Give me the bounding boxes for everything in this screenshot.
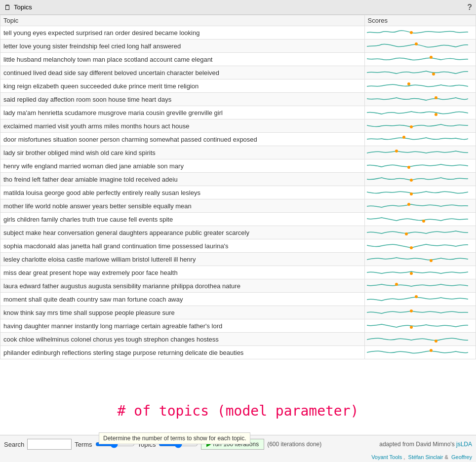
table-row[interactable]: lady ma'am henrietta scudamore musgrove … xyxy=(0,106,476,119)
table-row[interactable]: philander edinburgh reflections sterling… xyxy=(0,346,476,359)
table-row[interactable]: lady sir brother obliged mind wish old c… xyxy=(0,146,476,159)
sinclair-link[interactable]: Stéfan Sinclair xyxy=(408,454,443,460)
scores-cell xyxy=(364,93,476,106)
svg-point-4 xyxy=(407,82,410,85)
table-row[interactable]: mother life world noble answer years bet… xyxy=(0,199,476,213)
voyant-link[interactable]: Voyant Tools xyxy=(371,454,402,460)
topics-icon: 🗒 xyxy=(4,3,11,11)
search-label: Search xyxy=(4,441,24,448)
table-row[interactable]: cook chloe wilhelminus colonel chorus ye… xyxy=(0,333,476,346)
svg-point-0 xyxy=(410,31,413,34)
scores-cell xyxy=(364,306,476,319)
attribution-prefix: adapted from xyxy=(379,441,414,448)
table-row[interactable]: matilda louisa george good able perfectl… xyxy=(0,186,476,199)
svg-point-23 xyxy=(435,340,437,343)
topic-cell: matilda louisa george good able perfectl… xyxy=(0,186,365,199)
svg-point-1 xyxy=(415,42,418,45)
svg-point-15 xyxy=(405,232,408,235)
topic-cell: lady ma'am henrietta scudamore musgrove … xyxy=(0,106,365,119)
svg-point-14 xyxy=(422,220,425,223)
topic-cell: letter love young sister freindship feel… xyxy=(0,39,365,53)
table-row[interactable]: subject make hear conversation general d… xyxy=(0,226,476,239)
scores-cell xyxy=(364,66,476,79)
svg-point-22 xyxy=(410,326,413,329)
svg-point-10 xyxy=(407,166,410,169)
topic-cell: moment shall quite death country saw man… xyxy=(0,293,365,306)
topic-cell: laura edward father augustus augusta sen… xyxy=(0,279,365,293)
table-row[interactable]: moment shall quite death country saw man… xyxy=(0,293,476,306)
table-row[interactable]: king reign elizabeth queen succeeded duk… xyxy=(0,79,476,93)
scores-cell xyxy=(364,106,476,119)
table-row[interactable]: letter love young sister freindship feel… xyxy=(0,39,476,53)
table-row[interactable]: sophia macdonald alas janetta hall grand… xyxy=(0,239,476,253)
topic-cell: said replied day affection room soon hou… xyxy=(0,93,365,106)
search-input[interactable] xyxy=(27,439,72,450)
table-row[interactable]: miss dear great present hope way extreme… xyxy=(0,266,476,279)
main-content: Topic Scores tell young eyes expected su… xyxy=(0,15,476,462)
topics-table: Topic Scores tell young eyes expected su… xyxy=(0,15,476,359)
svg-point-8 xyxy=(402,136,405,139)
svg-point-17 xyxy=(430,259,433,262)
table-row[interactable]: continued lived dead side say different … xyxy=(0,66,476,79)
table-row[interactable]: lesley charlotte eloisa castle marlowe w… xyxy=(0,253,476,266)
svg-point-13 xyxy=(407,203,410,206)
topic-cell: door misfortunes situation sooner person… xyxy=(0,133,365,146)
topic-cell: continued lived dead side say different … xyxy=(0,66,365,79)
attribution-from: David Mimno's xyxy=(416,441,454,448)
col-scores: Scores xyxy=(364,15,476,26)
topic-cell: sophia macdonald alas janetta hall grand… xyxy=(0,239,365,253)
topic-cell: miss dear great present hope way extreme… xyxy=(0,266,365,279)
scores-cell xyxy=(364,266,476,279)
table-row[interactable]: tho freind left father dear amiable imag… xyxy=(0,173,476,186)
scores-cell xyxy=(364,226,476,239)
topic-cell: subject make hear conversation general d… xyxy=(0,226,365,239)
scores-cell xyxy=(364,133,476,146)
scores-cell xyxy=(364,239,476,253)
svg-point-2 xyxy=(430,56,433,59)
jslda-link[interactable]: jsLDA xyxy=(456,441,472,448)
topic-cell: lesley charlotte eloisa castle marlowe w… xyxy=(0,253,365,266)
rockwell-link[interactable]: Geoffrey xyxy=(451,454,472,460)
table-row[interactable]: little husband melancholy town man place… xyxy=(0,53,476,66)
svg-point-18 xyxy=(410,272,413,275)
chart-label: # of topics (model parameter) xyxy=(118,403,359,419)
svg-point-6 xyxy=(435,113,437,116)
table-row[interactable]: henry wife england married woman died ja… xyxy=(0,159,476,173)
scores-cell xyxy=(364,173,476,186)
svg-point-11 xyxy=(410,179,413,182)
topic-cell: exclaimed married visit youth arms miles… xyxy=(0,119,365,133)
table-row[interactable]: laura edward father augustus augusta sen… xyxy=(0,279,476,293)
svg-point-20 xyxy=(415,295,418,298)
topic-cell: girls children family charles truth true… xyxy=(0,213,365,226)
topic-cell: tell young eyes expected surprised ran o… xyxy=(0,26,365,39)
topic-cell: know think say mrs time shall suppose pe… xyxy=(0,306,365,319)
table-row[interactable]: door misfortunes situation sooner person… xyxy=(0,133,476,146)
table-row[interactable]: said replied day affection room soon hou… xyxy=(0,93,476,106)
table-row[interactable]: girls children family charles truth true… xyxy=(0,213,476,226)
scores-cell xyxy=(364,279,476,293)
topic-cell: having daughter manner instantly long ma… xyxy=(0,319,365,333)
table-row[interactable]: tell young eyes expected surprised ran o… xyxy=(0,26,476,39)
topic-cell: lady sir brother obliged mind wish old c… xyxy=(0,146,365,159)
svg-point-7 xyxy=(410,125,413,128)
svg-point-3 xyxy=(432,73,435,76)
table-row[interactable]: know think say mrs time shall suppose pe… xyxy=(0,306,476,319)
scores-cell xyxy=(364,319,476,333)
col-topic: Topic xyxy=(0,15,365,26)
iterations-info: (600 iterations done) xyxy=(267,441,321,448)
table-row[interactable]: having daughter manner instantly long ma… xyxy=(0,319,476,333)
help-button[interactable]: ? xyxy=(467,3,472,12)
topic-cell: mother life world noble answer years bet… xyxy=(0,199,365,213)
scores-cell xyxy=(364,26,476,39)
svg-point-21 xyxy=(410,309,413,312)
topic-cell: tho freind left father dear amiable imag… xyxy=(0,173,365,186)
scores-cell xyxy=(364,253,476,266)
topic-cell: cook chloe wilhelminus colonel chorus ye… xyxy=(0,333,365,346)
table-area: Topic Scores tell young eyes expected su… xyxy=(0,15,476,359)
footer-tooltip: Determine the number of terms to show fo… xyxy=(99,432,250,444)
svg-point-12 xyxy=(410,192,413,195)
topic-cell: henry wife england married woman died ja… xyxy=(0,159,365,173)
svg-point-19 xyxy=(395,283,398,286)
table-row[interactable]: exclaimed married visit youth arms miles… xyxy=(0,119,476,133)
scores-cell xyxy=(364,346,476,359)
